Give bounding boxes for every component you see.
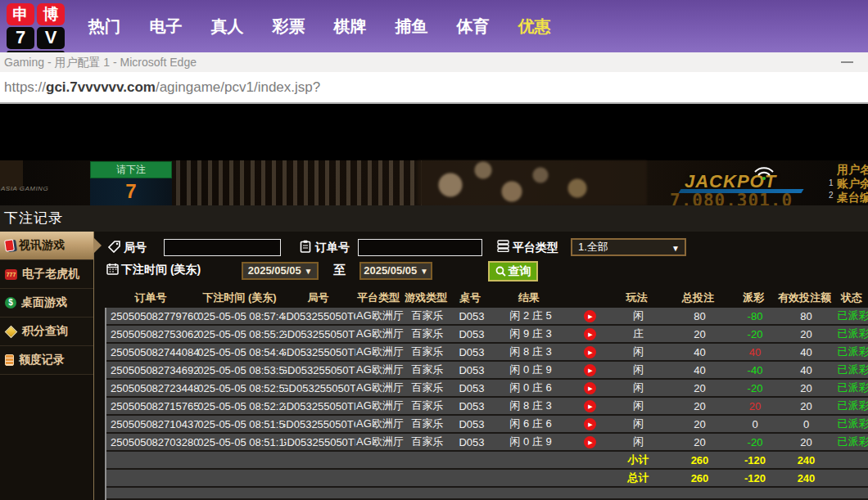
play-icon[interactable] [584,364,596,376]
cell-platform: AG欧洲厅 [355,326,405,342]
table-row: 250505082710437 2025-05-05 08:51:56 GD05… [106,416,868,434]
cell-round-no: GD053255050TF [284,434,355,450]
user-info-label: 桌台编号 [837,191,868,205]
table-header-cell: 状态 [835,288,868,308]
play-icon[interactable] [584,310,596,322]
play-icon[interactable] [584,400,596,412]
search-button[interactable]: 查询 [488,261,538,282]
cell-round-no: GD053255050TO [284,308,355,324]
user-info-labels: 用户名称账户余额桌台编号 [837,163,868,205]
cell-round-no: GD053255050TI [284,380,355,396]
sidebar-item[interactable]: 额度记录 [0,346,93,375]
sidebar-item-label: 桌面游戏 [21,295,67,310]
cell-game-type: 百家乐 [405,326,450,342]
nav-tab[interactable]: 优惠 [504,16,565,38]
sidebar-item[interactable]: 桌面游戏 [0,289,93,318]
slot-icon [5,269,17,280]
play-icon[interactable] [584,328,596,340]
cell-order-no: 250505082715765 [106,398,198,414]
search-button-label: 查询 [509,264,531,279]
window-titlebar: Gaming - 用户配置 1 - Microsoft Edge [0,52,868,72]
table-header-cell: 下注时间 (美东) [197,288,283,308]
nav-tab[interactable]: 热门 [74,16,135,38]
cards-icon [4,239,15,251]
table-row: 250505082744084 2025-05-05 08:54:40 GD05… [106,344,868,362]
total-payout: -120 [735,470,775,486]
cell-platform: AG欧洲厅 [355,398,405,414]
cell-payout: -80 [735,308,775,324]
date-from-select[interactable]: 2025/05/05 [242,262,319,280]
nav-tab[interactable]: 棋牌 [319,16,381,38]
cell-bet-on: 闲 [612,434,665,450]
play-icon[interactable] [584,418,596,430]
table-header-cell: 有效投注额 [774,288,835,308]
jackpot-value: 7,080,301.0 [670,191,825,205]
play-icon[interactable] [584,346,596,358]
sidebar-item[interactable]: 积分查询 [0,318,93,346]
cell-bet-on: 闲 [612,398,665,414]
platform-select[interactable]: 1.全部 [571,238,686,256]
cell-round-no: GD053255050TH [284,398,355,414]
nav-tabs: 热门电子真人彩票棋牌捕鱼体育优惠 [74,0,565,52]
nav-tab[interactable]: 真人 [197,16,258,38]
user-info-label: 用户名称 [837,163,868,177]
bet-time-label: 下注时间 (美东) [121,263,201,277]
cell-game-type: 百家乐 [405,344,450,360]
provider-brand: ASIA GAMING [1,185,48,192]
cell-status: 已派彩 [837,380,868,396]
total-valid-bet: 240 [775,470,837,486]
nav-tab[interactable]: 彩票 [258,16,319,38]
url-bar[interactable]: https://gci.7vvvvvv.com/agingame/pcv1/in… [0,72,868,104]
round-input[interactable] [164,239,281,256]
cell-table-no: D053 [450,308,493,324]
sidebar-item[interactable]: 电子老虎机 [0,260,93,289]
sidebar-item[interactable]: 视讯游戏 [0,232,93,260]
nav-tab[interactable]: 捕鱼 [381,16,442,38]
page-title-bar: 下注记录 [0,205,868,232]
date-to-select[interactable]: 2025/05/05 [359,262,432,280]
subtotal-row: 小计 260 -120 240 [106,452,868,470]
cell-status: 已派彩 [837,326,868,342]
play-icon[interactable] [584,436,596,448]
cell-result: 闲 8 庄 3 [493,398,568,414]
to-label: 至 [333,263,346,278]
nav-tab[interactable]: 体育 [442,16,504,38]
list-icon [497,240,509,252]
table-header-cell: 总投注 [663,288,733,308]
total-row: 总计 260 -120 240 [106,470,868,488]
cell-result: 闲 0 庄 6 [493,380,568,396]
cell-valid-bet: 20 [775,434,837,450]
cell-round-no: GD053255050TG [284,416,355,432]
total-label: 总计 [612,470,665,486]
cell-game-type: 百家乐 [405,416,450,432]
minimize-icon[interactable] [841,61,853,63]
cell-status: 已派彩 [837,434,868,450]
cell-total-bet: 20 [665,380,735,396]
nav-tab[interactable]: 电子 [135,16,197,38]
order-input[interactable] [358,239,482,256]
video-decoration [176,160,422,205]
cell-table-no: D053 [450,326,493,342]
logo-tile: V [37,27,65,49]
subtotal-label: 小计 [612,452,665,468]
quota-icon [5,354,14,366]
cell-valid-bet: 0 [775,416,837,432]
site-logo[interactable]: 申 博 7 V com [7,3,67,52]
cell-payout: 40 [735,344,775,360]
cell-round-no: GD053255050TJ [284,362,355,378]
table-header-cell [567,288,610,308]
cell-result: 闲 2 庄 5 [493,308,568,324]
bet-records-table: 订单号下注时间 (美东)局号平台类型游戏类型桌号结果玩法总投注派彩有效投注额状态… [105,288,868,500]
cell-payout: -40 [735,362,775,378]
cell-status: 已派彩 [837,416,868,432]
cell-table-no: D053 [450,398,493,414]
round-label: 局号 [124,241,147,255]
logo-badge: 申 [7,3,34,25]
play-icon[interactable] [584,382,596,394]
cell-platform: AG欧洲厅 [355,380,405,396]
cell-game-type: 百家乐 [405,434,450,450]
cell-platform: AG欧洲厅 [355,362,405,378]
table-header-cell: 桌号 [449,288,491,308]
table-header-cell: 游戏类型 [403,288,449,308]
cell-payout: -20 [735,434,775,450]
